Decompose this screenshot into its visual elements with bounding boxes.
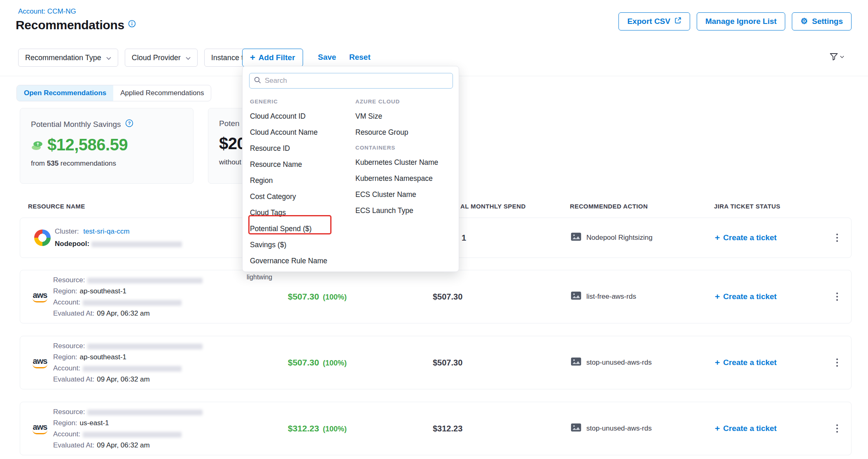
recommendation-row-aws-3[interactable]: aws Resource: Region:us-east-1 Account: …	[20, 402, 852, 455]
page-title: Recommendations	[16, 18, 136, 32]
export-csv-button[interactable]: Export CSV	[618, 12, 690, 30]
filter-option-savings[interactable]: Savings ($)	[250, 237, 352, 253]
filter-option-kubernetes-namespace[interactable]: Kubernetes Namespace	[355, 171, 456, 187]
reset-filter-link[interactable]: Reset	[349, 53, 371, 62]
filter-option-cost-category[interactable]: Cost Category	[250, 189, 352, 205]
resource-details: Resource: Region:ap-southeast-1 Account:…	[53, 274, 203, 319]
tab-applied-recommendations[interactable]: Applied Recommendations	[113, 85, 211, 101]
search-icon	[254, 77, 261, 85]
add-filter-popup: GENERIC Cloud Account ID Cloud Account N…	[242, 66, 459, 272]
filter-option-resource-name[interactable]: Resource Name	[250, 157, 352, 173]
filter-option-ecs-cluster-name[interactable]: ECS Cluster Name	[355, 187, 456, 203]
filter-option-cloud-tags[interactable]: Cloud Tags	[250, 205, 352, 221]
aws-icon: aws	[31, 357, 49, 368]
row-menu-kebab[interactable]	[834, 422, 840, 435]
filter-option-resource-group[interactable]: Resource Group	[355, 124, 456, 141]
redacted-account-value	[83, 300, 182, 306]
monthly-spend-value: $312.23	[433, 424, 462, 433]
account-breadcrumb[interactable]: Account: CCM-NG	[18, 7, 76, 16]
row-menu-kebab[interactable]	[834, 290, 840, 303]
recommendation-row-aws-1[interactable]: lightwing aws Resource: Region:ap-southe…	[20, 270, 852, 323]
create-ticket-link[interactable]: Create a ticket	[715, 358, 777, 368]
evaluated-at-value: 09 Apr, 06:32 am	[97, 441, 150, 449]
topbar-actions: Export CSV Manage Ignore List Settings	[618, 12, 852, 30]
gcp-icon	[34, 230, 51, 246]
column-header-jira-ticket-status: JIRA TICKET STATUS	[714, 203, 780, 210]
filter-option-cloud-account-id[interactable]: Cloud Account ID	[250, 108, 352, 124]
savings-card-title: Potential Monthly Savings ?	[31, 119, 182, 129]
recommendation-row-aws-2[interactable]: aws Resource: Region:ap-southeast-1 Acco…	[20, 336, 852, 389]
chevron-down-icon	[106, 54, 111, 62]
row-menu-kebab[interactable]	[834, 231, 840, 244]
create-ticket-link[interactable]: Create a ticket	[715, 233, 777, 243]
resource-details: Resource: Region:us-east-1 Account: Eval…	[53, 406, 203, 451]
region-value: us-east-1	[80, 419, 109, 427]
recommended-action: Nodepool Rightsizing	[571, 232, 653, 243]
plus-icon	[715, 424, 720, 433]
redacted-nodepool-value	[91, 241, 182, 247]
recommended-action: stop-unused-aws-rds	[571, 357, 652, 368]
money-icon	[31, 136, 43, 154]
monthly-savings-value: $312.23(100%)	[288, 424, 347, 433]
cluster-name-link[interactable]: test-sri-qa-ccm	[83, 227, 129, 235]
row-menu-kebab[interactable]	[834, 356, 840, 369]
create-ticket-link[interactable]: Create a ticket	[715, 292, 777, 302]
search-input[interactable]	[265, 77, 448, 85]
filter-chip-recommendation-type[interactable]: Recommendation Type	[18, 49, 118, 67]
filter-option-region[interactable]: Region	[250, 173, 352, 189]
monthly-savings-value: $507.30(100%)	[288, 358, 347, 368]
settings-button[interactable]: Settings	[792, 12, 852, 30]
cluster-label: Cluster:	[55, 227, 79, 235]
column-header-recommended-action: RECOMMENDED ACTION	[570, 203, 648, 210]
monthly-savings-value: $507.30(100%)	[288, 292, 347, 302]
evaluated-at-value: 09 Apr, 06:32 am	[97, 375, 150, 383]
filter-chip-cloud-provider[interactable]: Cloud Provider	[125, 49, 198, 67]
monthly-spend-value: $507.30	[433, 358, 462, 368]
potential-monthly-savings-card: Potential Monthly Savings ? $12,586.59 f…	[20, 108, 194, 184]
savings-amount: $12,586.59	[31, 136, 182, 154]
filter-option-ecs-launch-type[interactable]: ECS Launch Type	[355, 203, 456, 219]
chevron-down-icon	[186, 54, 191, 62]
gear-icon	[800, 17, 808, 26]
filter-option-governance-rule-name[interactable]: Governance Rule Name	[250, 253, 352, 269]
action-image-icon	[571, 232, 581, 243]
save-filter-link[interactable]: Save	[318, 53, 336, 62]
column-header-resource-name: RESOURCE NAME	[28, 203, 85, 210]
filter-option-kubernetes-cluster-name[interactable]: Kubernetes Cluster Name	[355, 155, 456, 171]
plus-icon	[715, 358, 720, 368]
resource-details: Resource: Region:ap-southeast-1 Account:…	[53, 340, 203, 385]
redacted-resource-value	[87, 278, 203, 283]
aws-icon: aws	[31, 291, 49, 302]
recommended-action: stop-unused-aws-rds	[571, 423, 652, 434]
plus-icon	[715, 292, 720, 302]
filter-funnel-icon[interactable]	[829, 53, 844, 61]
create-ticket-link[interactable]: Create a ticket	[715, 424, 777, 433]
info-icon[interactable]	[128, 20, 136, 29]
filter-option-cloud-account-name[interactable]: Cloud Account Name	[250, 124, 352, 141]
action-image-icon	[571, 423, 581, 434]
recommended-action: list-free-aws-rds	[571, 291, 636, 302]
filter-option-vm-size[interactable]: VM Size	[355, 108, 456, 124]
region-value: ap-southeast-1	[80, 353, 126, 361]
help-icon[interactable]: ?	[125, 119, 133, 129]
evaluated-at-value: 09 Apr, 06:32 am	[97, 309, 150, 317]
add-filter-button[interactable]: Add Filter	[242, 49, 303, 67]
group-title-containers: CONTAINERS	[355, 141, 456, 155]
monthly-spend-value-partial: 1	[462, 233, 466, 243]
filter-option-resource-id[interactable]: Resource ID	[250, 141, 352, 157]
column-header-total-monthly-spend: AL MONTHLY SPEND	[460, 203, 526, 210]
redacted-account-value	[83, 366, 182, 372]
redacted-resource-value	[87, 344, 203, 349]
monthly-spend-value: $507.30	[433, 292, 462, 302]
filter-bar: Recommendation Type Cloud Provider Insta…	[18, 49, 272, 67]
filter-option-potential-spend[interactable]: Potential Spend ($)	[250, 221, 352, 237]
action-image-icon	[571, 357, 581, 368]
redacted-resource-value	[87, 410, 203, 415]
aws-icon: aws	[31, 423, 49, 434]
tab-open-recommendations[interactable]: Open Recommendations	[17, 85, 113, 101]
external-link-icon	[674, 17, 681, 26]
svg-text:?: ?	[128, 121, 131, 126]
manage-ignore-list-button[interactable]: Manage Ignore List	[697, 12, 785, 30]
popup-search-box	[249, 73, 453, 89]
action-image-icon	[571, 291, 581, 302]
